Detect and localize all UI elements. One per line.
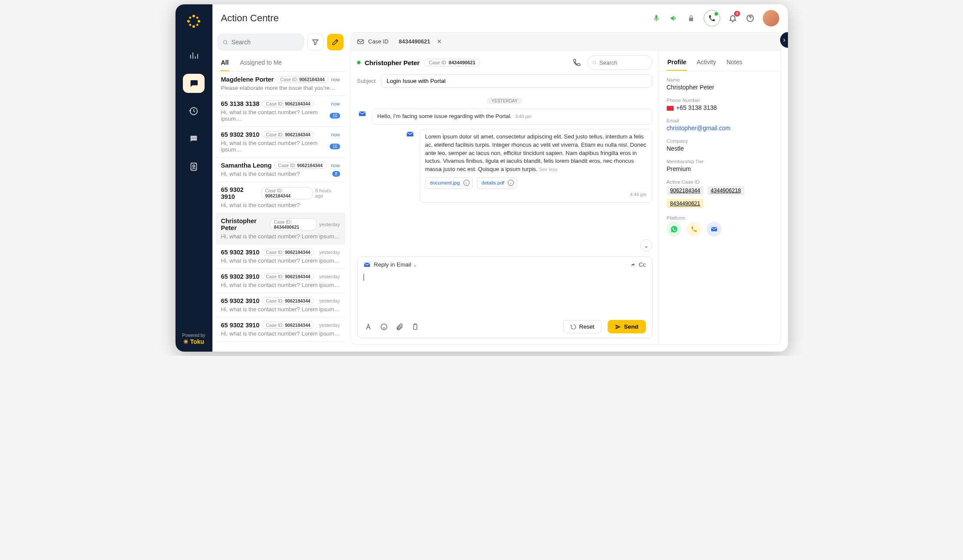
nav-chat-icon[interactable] [183,74,205,93]
svg-point-17 [381,324,387,330]
filter-icon[interactable] [307,34,324,50]
page-title: Action Centre [221,13,279,24]
tab-profile[interactable]: Profile [667,55,688,71]
subject-field[interactable]: Login Issue with Portal [381,74,652,88]
subject-label: Subject [357,78,376,84]
svg-rect-18 [414,324,417,329]
thread-item[interactable]: Magdelene PorterCase ID: 9062184344nowPl… [216,72,345,96]
phone-platform-icon[interactable] [687,222,702,237]
topbar: Action Centre 4 [212,4,788,32]
svg-point-1 [192,25,195,28]
thread-item[interactable]: Samantha LeongCase ID: 9062184344nowHi, … [216,158,345,182]
email-icon [357,109,367,119]
status-dot-icon [357,61,361,64]
tab-assigned[interactable]: Assigned to Me [239,55,283,71]
svg-point-14 [223,40,227,44]
nav-dashboard-icon[interactable] [183,46,205,65]
side-nav: Powered by ✳ Toku [175,4,212,352]
svg-point-9 [193,138,194,138]
svg-point-3 [198,20,200,23]
svg-point-10 [195,138,196,138]
clipboard-icon[interactable] [410,322,420,332]
notif-badge: 4 [734,11,740,16]
download-icon[interactable]: ↓ [463,180,470,186]
nav-messages-icon[interactable] [183,129,205,148]
case-tab-header: Case ID 8434490621 ✕ [351,33,781,51]
profile-phone: +65 3138 3138 [667,104,773,111]
thread-item[interactable]: 65 9302 3910Case ID: 9062184344yesterday… [216,317,345,342]
day-separator: YESTERDAY [357,96,652,104]
thread-item[interactable]: 65 9302 3910Case ID: 9062184344yesterday… [216,269,345,293]
nav-history-icon[interactable] [183,102,205,121]
case-chip[interactable]: 8434490621 [667,199,704,208]
thread-item[interactable]: 65 9302 3910Case ID: 9062184344yesterday… [216,244,345,269]
whatsapp-icon[interactable] [667,222,682,237]
mic-icon[interactable] [652,13,661,23]
message-item: Hello, I'm facing some issue regarding w… [357,109,652,125]
text-format-icon[interactable] [364,322,373,332]
svg-point-0 [192,15,195,17]
send-button[interactable]: Send [608,320,645,333]
svg-point-6 [189,24,191,26]
call-icon[interactable] [571,56,583,69]
nav-contacts-icon[interactable] [183,157,205,176]
message-item: Lorem ipsum dolor sit amet, consectetur … [405,129,652,203]
svg-point-5 [196,16,199,19]
emoji-icon[interactable] [379,322,389,332]
reply-box: Reply in Email ⌄ Cc [357,257,652,338]
attachment-item[interactable]: document.jpg↓ [425,177,473,189]
thread-item[interactable]: 65 9302 3910Case ID: 9062184344nowHi, wh… [216,127,345,158]
svg-point-7 [196,24,199,26]
case-chip[interactable]: 4344906218 [707,186,745,195]
svg-point-12 [193,165,195,167]
svg-point-4 [189,16,191,19]
search-input[interactable] [218,34,304,50]
help-icon[interactable] [745,13,755,23]
profile-email[interactable]: christopher@gmail.com [667,125,773,132]
thread-tabs: All Assigned to Me [216,55,345,72]
email-platform-icon[interactable] [707,222,721,237]
svg-point-2 [187,20,190,23]
download-icon[interactable]: ↓ [508,180,514,186]
reply-textarea[interactable] [357,272,652,316]
brand-logo [184,11,204,31]
tab-activity[interactable]: Activity [696,55,717,71]
svg-point-8 [192,138,192,138]
profile-tier: Premium [667,165,773,172]
thread-list-panel: All Assigned to Me Magdelene PorterCase … [216,32,345,345]
collapse-icon[interactable]: ⌄ [640,239,652,251]
attachment-item[interactable]: details.pdf↓ [477,177,517,189]
case-id-pill: Case ID 8434490621 [424,59,480,66]
bell-icon[interactable]: 4 [728,13,738,23]
profile-company: Nestle [667,145,773,152]
thread-item[interactable]: 65 9302 3910Case ID: 90621843448 hours a… [216,182,345,213]
tab-all[interactable]: All [220,55,230,71]
thread-list[interactable]: Magdelene PorterCase ID: 9062184344nowPl… [216,72,345,345]
svg-rect-15 [357,40,363,43]
profile-name: Christopher Peter [667,84,773,91]
email-icon [405,129,415,139]
thread-item[interactable]: 65 3138 3138Case ID: 9062184344nowHi, wh… [216,96,345,127]
thread-item[interactable]: Christopher PeterCase ID: 8434490621yest… [216,213,345,244]
volume-icon[interactable] [669,13,678,23]
close-icon[interactable]: ✕ [437,38,442,45]
see-less-toggle[interactable]: See less [539,167,557,172]
powered-by: Powered by ✳ Toku [182,333,205,345]
case-panel: Case ID 8434490621 ✕ Christopher Peter C… [351,32,781,345]
conversation-search-input[interactable] [587,55,652,70]
phone-status-icon[interactable] [704,10,720,26]
compose-icon[interactable] [327,34,344,50]
lock-icon[interactable] [686,13,696,23]
reset-button[interactable]: Reset [563,320,602,333]
user-avatar[interactable] [763,10,779,26]
reply-channel-select[interactable]: Reply in Email ⌄ [374,261,417,268]
case-chip[interactable]: 9062184344 [667,186,704,195]
profile-panel: Profile Activity Notes NameChristopher P… [659,51,781,344]
case-person-name: Christopher Peter [365,59,420,66]
attach-icon[interactable] [395,322,404,332]
thread-item[interactable]: 65 9302 3910Case ID: 9062184344yesterday… [216,293,345,317]
cc-button[interactable]: Cc [629,261,646,268]
svg-point-16 [592,61,596,64]
tab-notes[interactable]: Notes [725,55,743,71]
